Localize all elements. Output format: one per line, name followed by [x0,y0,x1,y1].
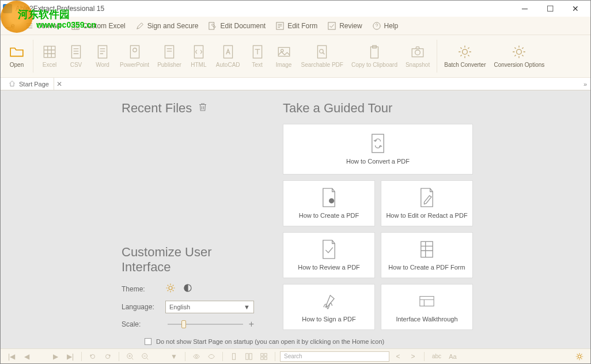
rotate-right-button[interactable] [101,351,114,362]
tour-card-label: How to Create a PDF [299,212,359,219]
minimize-button[interactable]: ─ [512,1,537,17]
zoom-dropdown[interactable]: ▼ [168,351,180,362]
tour-convert-pdf[interactable]: How to Convert a PDF [283,124,473,175]
layout2-button[interactable] [243,351,255,362]
nav-prev-button[interactable]: ◀ [20,351,33,362]
trash-icon[interactable] [198,101,208,116]
ppt-icon [127,44,142,59]
tab-close-button[interactable]: ✕ [54,80,65,88]
nav-last-button[interactable]: ▶| [64,351,77,362]
whole-word-button[interactable]: abc [429,351,444,362]
nav-first-button[interactable]: |◀ [5,351,18,362]
svg-rect-16 [318,46,327,58]
menu-custom-excel[interactable]: Custom Excel [71,22,126,30]
tool-clipboard[interactable]: Copy to Clipboard [348,37,401,75]
theme-label: Theme: [122,285,165,293]
menu-review[interactable]: Review [328,22,362,30]
tool-html[interactable]: HTML [186,37,211,75]
tour-review-pdf[interactable]: How to Review a PDF [283,232,375,278]
tool-open[interactable]: Open [4,37,29,75]
view-mode2-button[interactable] [205,351,218,362]
tour-edit-pdf[interactable]: How to Edit or Redact a PDF [381,180,473,226]
startup-checkbox[interactable] [145,338,151,345]
search-next-button[interactable]: > [407,351,419,362]
tab-label: Start Page [19,81,49,88]
excel-icon [42,44,57,59]
edit-icon [209,22,217,30]
svg-rect-12 [223,46,232,58]
publisher-icon [162,44,177,59]
maximize-button[interactable]: ☐ [537,1,563,17]
scale-row: Scale: + [122,319,254,329]
theme-dark-button[interactable] [183,283,193,295]
tour-interface-walkthrough[interactable]: Interface Walkthrough [381,284,473,330]
svg-rect-1 [209,22,214,29]
search-prev-button[interactable]: < [392,351,404,362]
scale-plus-button[interactable]: + [249,319,254,329]
chevron-down-icon: ▼ [244,304,250,310]
layout1-button[interactable] [228,351,240,362]
svg-point-24 [169,286,172,290]
layout3-button[interactable] [257,351,270,362]
theme-light-button[interactable] [165,283,176,295]
form-pdf-icon [419,240,435,259]
scale-slider[interactable] [168,324,243,325]
tool-word[interactable]: Word [90,37,115,75]
word-icon [95,44,110,59]
menu-help[interactable]: Help [373,22,399,30]
tab-overflow-button[interactable]: » [580,81,590,88]
html-icon [191,44,206,59]
tool-publisher[interactable]: Publisher [154,37,185,75]
svg-rect-7 [98,46,107,58]
tour-create-pdf[interactable]: How to Create a PDF [283,180,375,226]
menu-edit-form[interactable]: Edit Form [276,22,317,30]
search-input[interactable]: Search [280,351,389,362]
camera-icon [410,44,425,59]
scale-label: Scale: [122,320,165,328]
tool-excel[interactable]: Excel [37,37,62,75]
tool-text[interactable]: Text [245,37,270,75]
tool-image[interactable]: Image [271,37,297,75]
tool-conversion-options[interactable]: Conversion Options [490,37,548,75]
tab-start-page[interactable]: Start Page [4,78,54,90]
tool-autocad[interactable]: AutoCAD [213,37,244,75]
brightness-button[interactable] [573,351,586,362]
tour-sign-pdf[interactable]: How to Sign a PDF [283,284,375,330]
edit-pdf-icon [419,188,435,207]
tour-card-label: How to Edit or Redact a PDF [386,212,467,219]
main-content: Recent Files Customize User Interface Th… [1,90,590,350]
menu-convert[interactable]: Convert [25,22,61,30]
menu-file[interactable]: ...e [5,22,15,30]
case-button[interactable]: Aa [446,351,459,362]
nav-next-button[interactable]: ▶ [49,351,62,362]
tool-snapshot[interactable]: Snapshot [402,37,433,75]
svg-rect-36 [261,353,263,355]
view-mode1-button[interactable] [190,351,203,362]
svg-rect-34 [246,353,248,359]
recent-files-heading: Recent Files [122,101,254,116]
startup-label: Do not show Start Page on startup (you c… [156,338,384,345]
svg-rect-33 [232,353,235,359]
rotate-left-button[interactable] [86,351,99,362]
close-button[interactable]: ✕ [563,1,588,17]
gear-icon [457,44,472,59]
tool-powerpoint[interactable]: PowerPoint [116,37,153,75]
folder-icon [9,44,24,59]
startup-row: Do not show Start Page on startup (you c… [145,338,573,345]
tool-searchable-pdf[interactable]: Searchable PDF [298,37,347,75]
sign-icon [321,291,337,311]
tour-card-label: How to Review a PDF [298,264,360,271]
svg-rect-14 [278,47,290,56]
tool-csv[interactable]: CSV [63,37,89,75]
svg-point-32 [195,355,198,358]
tool-batch-converter[interactable]: Batch Converter [441,37,489,75]
zoom-in-button[interactable] [124,351,137,362]
tour-create-form[interactable]: How to Create a PDF Form [381,232,473,278]
help-icon [373,22,381,30]
svg-point-9 [132,48,137,52]
language-select[interactable]: English▼ [165,301,254,313]
menu-edit-document[interactable]: Edit Document [209,22,266,30]
svg-rect-10 [165,46,173,58]
zoom-out-button[interactable] [139,351,151,362]
menu-sign-secure[interactable]: Sign and Secure [136,22,199,30]
